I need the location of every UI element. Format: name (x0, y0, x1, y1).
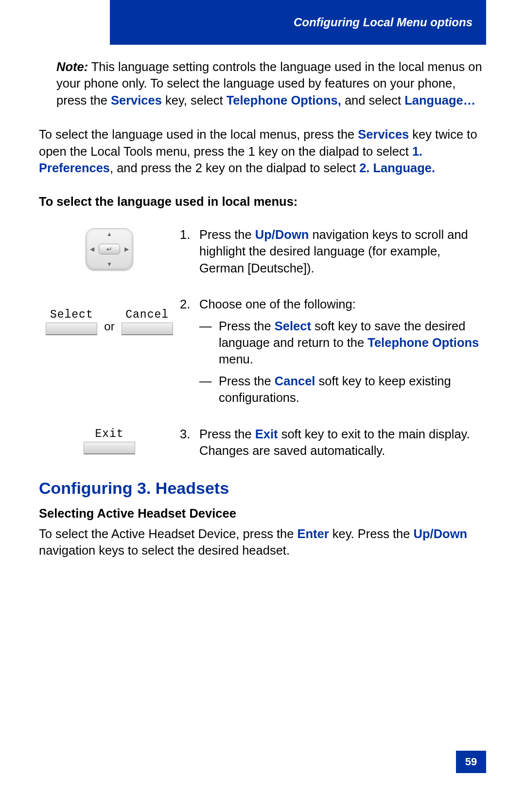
link-language: Language… (404, 93, 475, 107)
softkey-cancel-label: Cancel (122, 308, 173, 321)
arrow-right-icon: ▶ (124, 246, 129, 253)
softkey-group: Select or Cancel (46, 308, 173, 335)
page-content: Note: This language setting controls the… (39, 58, 486, 559)
s2a-link-select: Select (275, 319, 311, 333)
link-telephone-options: Telephone Options, (227, 93, 341, 107)
or-text: or (104, 311, 114, 333)
s2b-t1: Press the (219, 374, 275, 388)
s2-intro: Choose one of the following: (199, 296, 486, 312)
headset-paragraph: To select the Active Headset Device, pre… (39, 525, 486, 559)
softkey-select-label: Select (46, 308, 97, 321)
softkey-exit-button-icon (84, 442, 135, 454)
note-text-3: and select (341, 93, 404, 107)
s2a-t1: Press the (219, 319, 275, 333)
s2a-link-telopts: Telephone Options (368, 336, 479, 349)
s2-sub-b: — Press the Cancel soft key to keep exis… (199, 373, 486, 406)
s3-link-exit: Exit (255, 427, 278, 441)
step-row-3: Exit 3. Press the Exit soft key to exit … (39, 426, 486, 459)
softkey-select-button-icon (46, 323, 97, 335)
step-3-icon-col: Exit (39, 426, 180, 454)
step-1-icon-col: ▲ ▼ ◀ ▶ ↵ (39, 226, 180, 270)
softkey-exit-label: Exit (84, 428, 135, 440)
hs-t3: navigation keys to select the desired he… (39, 543, 290, 557)
dash-a: — (199, 318, 219, 368)
softkey-cancel-button-icon (122, 323, 173, 335)
section-heading-headsets: Configuring 3. Headsets (39, 479, 486, 498)
step-1-number: 1. (180, 226, 199, 276)
intro-paragraph: To select the language used in the local… (39, 126, 486, 176)
step-row-1: ▲ ▼ ◀ ▶ ↵ 1. Press the Up/Down navigatio… (39, 226, 486, 276)
note-block: Note: This language setting controls the… (56, 58, 486, 108)
intro-t3: , and press the 2 key on the dialpad to … (110, 161, 359, 175)
page-number: 59 (456, 751, 486, 773)
dash-b: — (199, 373, 219, 406)
procedure-heading: To select the language used in local men… (39, 193, 486, 210)
intro-link-services: Services (358, 127, 409, 141)
hs-slash: / (430, 527, 434, 541)
s1-link-down: Down (275, 228, 309, 241)
step-2-text: 2. Choose one of the following: — Press … (180, 296, 486, 406)
s2b-link-cancel: Cancel (275, 374, 315, 388)
step-3-text: 3. Press the Exit soft key to exit to th… (180, 426, 486, 459)
s1-link-up: Up (255, 228, 272, 241)
page-header-title: Configuring Local Menu options (294, 16, 472, 29)
enter-key-icon: ↵ (99, 244, 120, 254)
arrow-up-icon: ▲ (106, 231, 112, 237)
step-3-number: 3. (180, 426, 199, 459)
step-1-text: 1. Press the Up/Down navigation keys to … (180, 226, 486, 276)
step-2-icon-col: Select or Cancel (39, 296, 180, 335)
hs-t1: To select the Active Headset Device, pre… (39, 527, 298, 541)
s1-t1: Press the (199, 228, 255, 241)
link-services: Services (111, 93, 162, 107)
hs-link-down: Down (434, 527, 467, 541)
note-text-2: key, select (162, 93, 227, 107)
steps-table: ▲ ▼ ◀ ▶ ↵ 1. Press the Up/Down navigatio… (39, 226, 486, 459)
softkey-exit: Exit (84, 428, 135, 454)
arrow-left-icon: ◀ (90, 246, 94, 253)
s2a-t3: menu. (219, 352, 253, 366)
s3-t1: Press the (199, 427, 255, 441)
hs-link-up: Up (414, 527, 430, 541)
softkey-cancel: Cancel (122, 308, 173, 335)
hs-t2: key. Press the (329, 527, 414, 541)
s1-slash: / (272, 228, 275, 241)
arrow-down-icon: ▼ (106, 261, 112, 268)
s2-sub-a: — Press the Select soft key to save the … (199, 318, 486, 368)
step-2-number: 2. (180, 296, 199, 406)
note-label: Note: (56, 60, 88, 73)
softkey-select: Select (46, 308, 97, 335)
hs-link-enter: Enter (298, 527, 329, 541)
intro-t1: To select the language used in the local… (39, 127, 358, 141)
nav-pad-icon: ▲ ▼ ◀ ▶ ↵ (86, 228, 133, 270)
header-bar: Configuring Local Menu options (110, 0, 486, 45)
step-row-2: Select or Cancel 2. Choose one of the fo… (39, 296, 486, 406)
subheading-active-headset: Selecting Active Headset Devicee (39, 506, 486, 521)
intro-link-language: 2. Language. (359, 161, 435, 175)
